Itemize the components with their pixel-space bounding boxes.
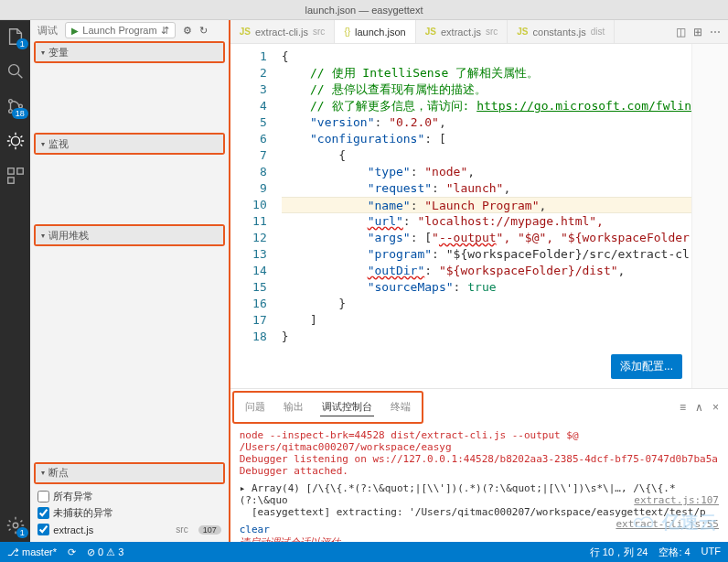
cursor-position[interactable]: 行 10，列 24	[590, 546, 648, 559]
console-line: Debugger attached.	[240, 465, 719, 477]
console-line: node --inspect-brk=44528 dist/extract-cl…	[240, 429, 719, 453]
sidebar-title: 调试	[37, 24, 58, 38]
watch-label: 监视	[48, 137, 69, 151]
bp-checkbox[interactable]	[37, 507, 49, 519]
console-line: ▸ Array(4) [/\{\{.*(?:\&quot;|[\\'])(.*)…	[240, 482, 719, 506]
source-link[interactable]: extract.js:107	[634, 494, 719, 506]
js-icon: JS	[425, 27, 436, 37]
settings-icon[interactable]: 1	[5, 514, 27, 536]
collapse-icon: ▾	[41, 49, 45, 57]
config-name[interactable]: Launch Program	[82, 25, 156, 36]
clear-icon[interactable]: ≡	[680, 401, 686, 414]
tab-launch-json[interactable]: {}launch.json	[335, 20, 415, 43]
svg-point-1	[8, 100, 12, 103]
panel-tab-debug-console[interactable]: 调试控制台	[320, 398, 374, 416]
panel-tab-terminal[interactable]: 终端	[389, 398, 412, 416]
add-config-button[interactable]: 添加配置...	[611, 354, 682, 379]
watermark: 亿速云	[631, 510, 717, 535]
tab-sub: src	[313, 27, 325, 37]
tab-label: launch.json	[355, 27, 406, 38]
encoding-status[interactable]: UTF	[701, 546, 721, 559]
breakpoints-body: 所有异常 未捕获的异常 extract.jssrc 107	[30, 485, 228, 542]
minimap[interactable]	[691, 44, 728, 388]
breakpoints-section[interactable]: ▾断点	[34, 462, 224, 484]
bp-label: 未捕获的异常	[53, 506, 113, 520]
problems-status[interactable]: ⊘ 0 ⚠ 3	[87, 546, 123, 558]
bp-all-exceptions[interactable]: 所有异常	[37, 489, 220, 505]
tab-sub: src	[486, 27, 498, 37]
extensions-icon[interactable]	[5, 165, 27, 187]
branch-status[interactable]: ⎇ master*	[7, 546, 57, 558]
more-icon[interactable]: ⋯	[710, 26, 721, 38]
console-line: Debugger listening on ws://127.0.0.1:445…	[240, 453, 719, 465]
callstack-label: 调用堆栈	[48, 229, 89, 243]
gear-icon[interactable]: ⚙	[183, 25, 192, 37]
collapse-icon: ▾	[41, 140, 45, 148]
console-hint: 请启动调试会话以评估	[240, 535, 719, 542]
indent-status[interactable]: 空格: 4	[658, 546, 690, 559]
svg-point-4	[11, 136, 19, 145]
json-icon: {}	[344, 27, 350, 37]
callstack-section[interactable]: ▾调用堆栈	[34, 224, 224, 246]
tab-label: constants.js	[533, 27, 586, 38]
panel-up-icon[interactable]: ∧	[695, 401, 703, 414]
split-icon[interactable]: ◫	[676, 26, 686, 38]
collapse-icon: ▾	[41, 232, 45, 240]
js-icon: JS	[240, 27, 251, 37]
tab-label: extract.js	[441, 27, 481, 38]
debug-icon[interactable]	[5, 130, 27, 152]
code-editor[interactable]: 123456789101112131415161718 { // 使用 Inte…	[230, 44, 728, 388]
start-debug-button[interactable]: ▶ Launch Program ⇵	[65, 22, 175, 38]
panel-tab-problems[interactable]: 问题	[243, 398, 267, 416]
editor-area: JSextract-cli.jssrc {}launch.json JSextr…	[230, 20, 728, 542]
bp-file-sub: src	[176, 524, 187, 535]
tab-extract-cli[interactable]: JSextract-cli.jssrc	[230, 20, 336, 43]
svg-point-8	[13, 523, 18, 528]
panel-close-icon[interactable]: ×	[712, 401, 719, 414]
svg-rect-6	[16, 168, 22, 174]
svg-rect-7	[7, 178, 13, 183]
status-bar: ⎇ master* ⟳ ⊘ 0 ⚠ 3 行 10，列 24 空格: 4 UTF	[0, 542, 728, 562]
tab-label: extract-cli.js	[255, 27, 308, 38]
debug-toolbar: 调试 ▶ Launch Program ⇵ ⚙ ↻	[30, 20, 228, 40]
variables-section[interactable]: ▾变量	[34, 41, 224, 63]
settings-badge: 1	[16, 527, 28, 538]
bp-checkbox[interactable]	[37, 524, 49, 535]
editor-tabs: JSextract-cli.jssrc {}launch.json JSextr…	[230, 20, 728, 44]
tab-constants[interactable]: JSconstants.jsdist	[508, 20, 615, 43]
bp-checkbox[interactable]	[37, 491, 49, 503]
bp-label: 所有异常	[53, 490, 93, 503]
collapse-icon: ▾	[41, 469, 45, 477]
bp-file-label: extract.js	[53, 524, 93, 535]
line-gutter: 123456789101112131415161718	[230, 44, 276, 388]
panel-tab-output[interactable]: 输出	[282, 398, 305, 416]
variables-label: 变量	[48, 46, 69, 59]
tab-extract[interactable]: JSextract.jssrc	[416, 20, 509, 43]
js-icon: JS	[517, 27, 528, 37]
sync-status[interactable]: ⟳	[68, 546, 76, 558]
bp-file-row[interactable]: extract.jssrc 107	[37, 522, 220, 538]
refresh-icon[interactable]: ↻	[199, 25, 208, 37]
chevron-updown-icon[interactable]: ⇵	[161, 25, 169, 37]
scm-badge: 18	[12, 108, 28, 119]
diff-icon[interactable]: ⊞	[693, 26, 702, 38]
bp-file-count: 107	[198, 525, 221, 535]
code-content[interactable]: { // 使用 IntelliSense 了解相关属性。 // 悬停以查看现有属…	[276, 44, 691, 388]
svg-point-0	[8, 65, 18, 75]
tab-sub: dist	[591, 27, 605, 37]
tab-actions: ◫ ⊞ ⋯	[669, 20, 728, 43]
bp-uncaught[interactable]: 未捕获的异常	[37, 505, 220, 522]
activity-bar: 1 18 1	[0, 20, 30, 542]
breakpoints-label: 断点	[48, 466, 69, 480]
panel-tabs: 问题 输出 调试控制台 终端	[232, 391, 423, 424]
scm-icon[interactable]: 18	[5, 95, 27, 117]
play-icon: ▶	[71, 26, 79, 36]
watch-section[interactable]: ▾监视	[34, 133, 224, 155]
window-titlebar: launch.json — easygettext	[0, 0, 728, 20]
search-icon[interactable]	[5, 60, 27, 82]
explorer-badge: 1	[16, 38, 28, 49]
svg-rect-5	[7, 168, 13, 174]
debug-sidebar: 调试 ▶ Launch Program ⇵ ⚙ ↻ ▾变量 ▾监视 ▾调用堆栈 …	[30, 20, 230, 542]
explorer-icon[interactable]: 1	[5, 26, 27, 48]
